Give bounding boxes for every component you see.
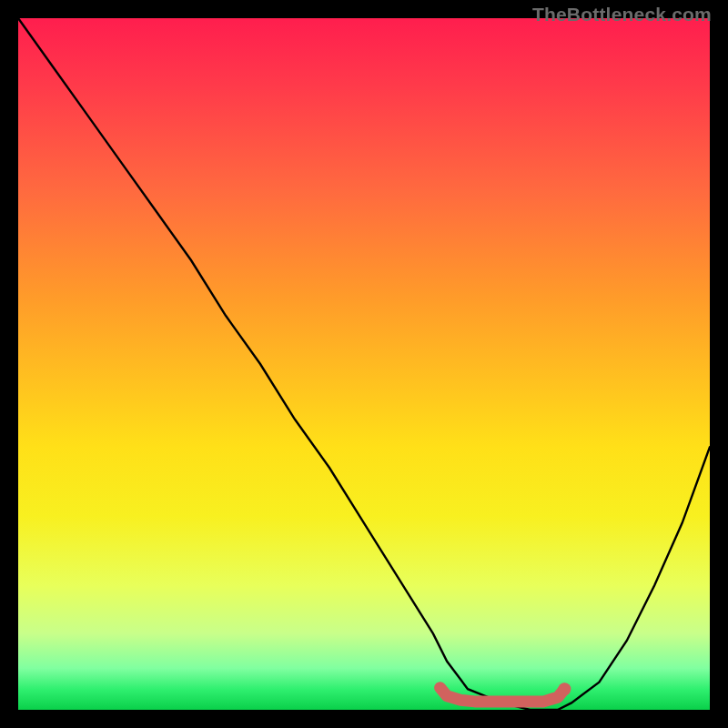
chart-frame — [18, 18, 710, 710]
chart-svg — [18, 18, 710, 710]
watermark-text: TheBottleneck.com — [532, 4, 712, 25]
svg-point-0 — [558, 682, 571, 695]
bottleneck-curve — [18, 18, 710, 710]
minimum-marker — [440, 682, 571, 702]
